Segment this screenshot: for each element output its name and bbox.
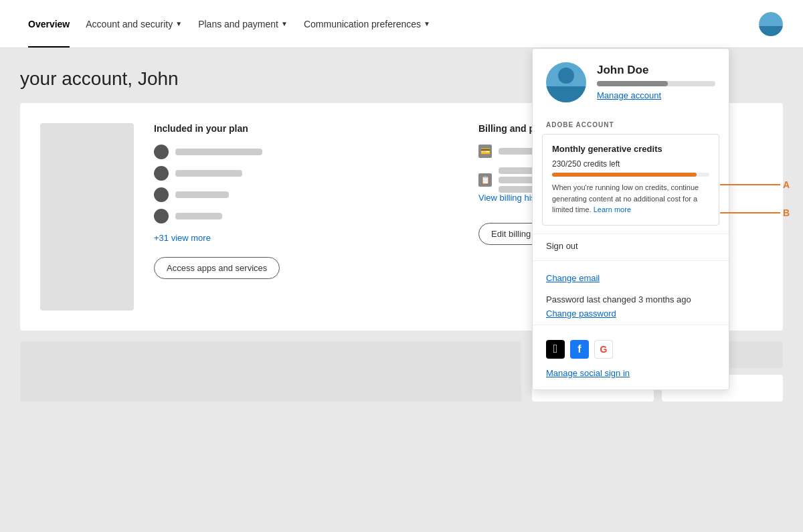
credits-title: Monthly generative credits — [552, 144, 709, 154]
nav-bar: Overview Account and security ▼ Plans an… — [0, 0, 803, 48]
list-item — [154, 145, 438, 159]
plan-bar — [175, 149, 262, 155]
google-icon: G — [594, 340, 613, 359]
comm-prefs-label: Communication preferences — [304, 19, 421, 29]
account-security-label: Account and security — [86, 19, 173, 29]
callout-a-line — [720, 184, 780, 185]
access-apps-button[interactable]: Access apps and services — [154, 257, 280, 279]
left-placeholder — [40, 123, 134, 311]
bottom-placeholder-left — [20, 341, 521, 402]
account-detail-section: Change email — [533, 260, 729, 289]
list-item — [154, 187, 438, 202]
callout-a: A — [720, 179, 790, 190]
plan-bar — [175, 191, 229, 198]
view-more-link[interactable]: +31 view more — [154, 233, 211, 243]
callout-b: B — [720, 207, 790, 218]
progress-bar-outer — [597, 81, 715, 86]
profile-name: John Doe — [597, 64, 715, 77]
billing-icon-2: 📋 — [478, 173, 492, 187]
plan-bar — [175, 170, 242, 177]
callout-a-label: A — [783, 179, 790, 190]
profile-info: John Doe Manage account — [597, 64, 715, 101]
callout-b-label: B — [783, 207, 790, 218]
credits-box: Monthly generative credits 230/250 credi… — [542, 134, 719, 226]
plan-dot — [154, 187, 169, 202]
nav-plans-payment[interactable]: Plans and payment ▼ — [190, 0, 296, 48]
progress-bar-inner — [597, 81, 668, 86]
sign-out-button[interactable]: Sign out — [533, 234, 729, 260]
profile-dropdown: John Doe Manage account ADOBE ACCOUNT Mo… — [532, 48, 729, 390]
callout-b-line — [720, 212, 780, 213]
change-password-link[interactable]: Change password — [546, 308, 616, 319]
plan-section: Included in your plan — [154, 123, 438, 311]
nav-account-security[interactable]: Account and security ▼ — [78, 0, 190, 48]
manage-account-link[interactable]: Manage account — [597, 90, 661, 100]
change-email-link[interactable]: Change email — [546, 273, 600, 283]
avatar-circle — [759, 12, 783, 36]
list-item — [154, 209, 438, 224]
credits-bar-outer — [552, 173, 709, 177]
plan-dot — [154, 145, 169, 159]
list-item — [154, 166, 438, 181]
overview-label: Overview — [28, 19, 70, 29]
credits-count: 230/250 credits left — [552, 159, 709, 169]
chevron-down-icon: ▼ — [281, 20, 288, 27]
nav-comm-prefs[interactable]: Communication preferences ▼ — [296, 0, 438, 48]
plan-dot — [154, 209, 169, 224]
password-note: Password last changed 3 months ago — [546, 294, 715, 304]
credits-bar-inner — [552, 173, 697, 177]
plan-bar — [175, 213, 222, 219]
profile-section: John Doe Manage account — [533, 49, 729, 116]
plan-dot — [154, 166, 169, 181]
apple-icon:  — [546, 340, 565, 359]
chevron-down-icon: ▼ — [175, 20, 182, 27]
adobe-account-label: ADOBE ACCOUNT — [533, 116, 729, 134]
chevron-down-icon: ▼ — [424, 20, 430, 27]
manage-social-link[interactable]: Manage social sign in — [546, 368, 630, 378]
plan-section-title: Included in your plan — [154, 123, 438, 134]
facebook-icon: f — [570, 340, 589, 359]
plan-list — [154, 145, 438, 224]
credits-note: When you're running low on credits, cont… — [552, 182, 709, 215]
user-avatar[interactable] — [759, 12, 783, 36]
social-section:  f G Manage social sign in — [533, 325, 729, 389]
billing-icon-1: 💳 — [478, 145, 492, 158]
avatar — [546, 62, 586, 102]
plans-payment-label: Plans and payment — [198, 19, 278, 29]
social-icons:  f G — [546, 340, 715, 359]
password-section: Password last changed 3 months ago Chang… — [533, 289, 729, 325]
nav-overview[interactable]: Overview — [20, 0, 78, 48]
learn-more-link[interactable]: Learn more — [594, 205, 631, 213]
